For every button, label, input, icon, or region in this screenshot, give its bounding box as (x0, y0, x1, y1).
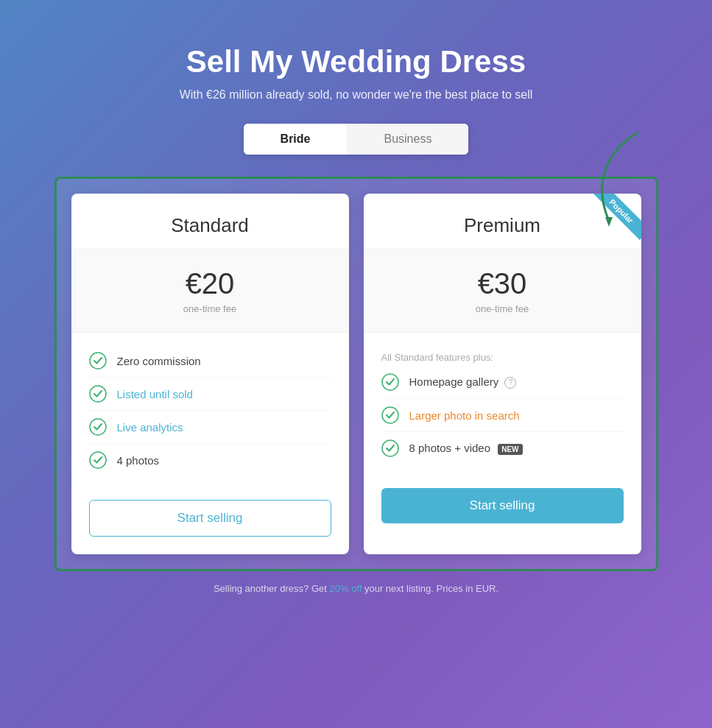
tab-business[interactable]: Business (347, 124, 468, 155)
footer-note: Selling another dress? Get 20% off your … (214, 583, 498, 594)
plan-standard-name: Standard (86, 214, 334, 237)
plan-standard-price: €20 (86, 267, 334, 300)
feature-zero-commission-text: Zero commission (117, 355, 201, 367)
plan-standard-footer: Start selling (71, 488, 349, 554)
all-standard-text: All Standard features plus: (381, 344, 624, 366)
check-icon-4 (89, 451, 107, 469)
plans-container: Standard €20 one-time fee Zero commissio… (54, 177, 658, 571)
feature-8-photos-video-text: 8 photos + video NEW (409, 442, 523, 455)
svg-point-7 (382, 440, 398, 456)
svg-point-5 (382, 374, 398, 390)
svg-point-4 (90, 452, 106, 468)
check-icon-7 (381, 439, 399, 457)
arrow-decoration (565, 125, 653, 231)
feature-homepage-gallery-text: Homepage gallery ? (409, 375, 517, 389)
page-subtitle: With €26 million already sold, no wonder… (180, 88, 533, 102)
plan-standard-header: Standard (71, 194, 349, 250)
tab-switcher: Bride Business (244, 124, 469, 155)
feature-live-analytics: Live analytics (89, 411, 331, 444)
feature-live-analytics-text: Live analytics (117, 421, 183, 434)
page-title: Sell My Wedding Dress (186, 44, 526, 79)
plan-premium-features: All Standard features plus: Homepage gal… (364, 333, 641, 476)
check-icon-3 (89, 418, 107, 436)
feature-listed-until-sold: Listed until sold (89, 378, 331, 411)
feature-4-photos-text: 4 photos (117, 454, 160, 467)
svg-point-2 (90, 386, 106, 402)
check-icon-5 (381, 373, 399, 391)
plan-standard-price-section: €20 one-time fee (71, 250, 349, 333)
plan-premium-price: €30 (378, 267, 627, 300)
plan-standard-features: Zero commission Listed until sold Live a… (71, 333, 349, 488)
new-badge: NEW (498, 444, 522, 455)
plan-standard: Standard €20 one-time fee Zero commissio… (71, 194, 349, 554)
svg-point-1 (90, 353, 106, 369)
feature-larger-photo-text: Larger photo in search (409, 409, 520, 422)
check-icon (89, 352, 107, 370)
plan-standard-price-note: one-time fee (86, 303, 334, 314)
plan-premium-footer: Start selling (364, 476, 641, 541)
standard-cta-button[interactable]: Start selling (89, 500, 331, 537)
feature-8-photos-video: 8 photos + video NEW (381, 432, 624, 464)
plan-premium: Popular Premium €30 one-time fee All Sta… (364, 194, 641, 554)
feature-listed-until-sold-text: Listed until sold (117, 388, 193, 400)
tab-bride[interactable]: Bride (244, 124, 348, 155)
feature-zero-commission: Zero commission (89, 344, 331, 378)
check-icon-2 (89, 385, 107, 403)
svg-point-6 (382, 407, 398, 423)
svg-point-3 (90, 419, 106, 435)
check-icon-6 (381, 406, 399, 424)
premium-cta-button[interactable]: Start selling (381, 488, 624, 523)
plan-premium-price-section: €30 one-time fee (364, 250, 641, 333)
discount-link[interactable]: 20% off (330, 583, 362, 594)
plan-premium-price-note: one-time fee (378, 303, 627, 314)
feature-larger-photo: Larger photo in search (381, 399, 624, 432)
feature-homepage-gallery: Homepage gallery ? (381, 366, 624, 399)
info-icon[interactable]: ? (504, 377, 516, 389)
feature-4-photos: 4 photos (89, 444, 331, 476)
svg-marker-0 (605, 217, 613, 227)
